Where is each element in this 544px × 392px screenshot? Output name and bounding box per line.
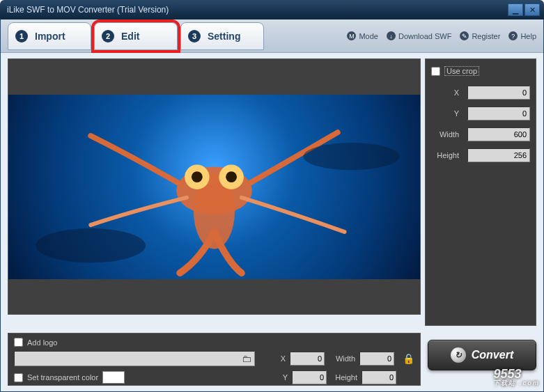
logo-y-input[interactable]: [292, 370, 327, 384]
logo-width-label: Width: [330, 354, 355, 363]
logo-panel: Add logo 🗀 X Width 🔒 Set transparent col…: [8, 333, 421, 386]
transparent-color-label: Set transparent color: [27, 373, 98, 382]
title-bar: iLike SWF to MOV Converter (Trial Versio…: [0, 0, 544, 19]
tab-setting-label: Setting: [208, 31, 240, 42]
menu-help[interactable]: ?Help: [508, 31, 536, 40]
menu-mode[interactable]: MMode: [347, 31, 378, 40]
tab-bar: 1 Import 2 Edit 3 Setting MMode ↓Downloa…: [1, 19, 543, 53]
menu-download-swf[interactable]: ↓Download SWF: [387, 31, 451, 40]
use-crop-checkbox[interactable]: [431, 67, 440, 76]
svg-point-7: [304, 142, 400, 169]
add-logo-checkbox[interactable]: [14, 338, 23, 347]
logo-height-input[interactable]: [362, 370, 396, 384]
tab-edit-number: 2: [102, 30, 114, 42]
tab-edit[interactable]: 2 Edit: [94, 22, 178, 50]
browse-folder-icon[interactable]: 🗀: [242, 353, 251, 364]
preview-image: [8, 95, 420, 279]
menu-links: MMode ↓Download SWF ✎Register ?Help: [347, 31, 536, 40]
svg-point-5: [226, 171, 237, 182]
transparent-color-swatch[interactable]: [102, 371, 125, 384]
convert-button[interactable]: ↻ Convert: [428, 340, 536, 370]
convert-column: ↻ Convert: [428, 333, 536, 386]
convert-icon: ↻: [451, 347, 466, 363]
logo-height-label: Height: [332, 373, 357, 382]
logo-x-input[interactable]: [290, 352, 325, 366]
add-logo-label: Add logo: [27, 338, 57, 347]
tab-setting-number: 3: [188, 30, 201, 42]
tab-import-number: 1: [15, 30, 28, 42]
preview-artwork: [8, 95, 420, 276]
crop-y-label: Y: [431, 109, 459, 118]
svg-point-3: [192, 171, 203, 182]
aspect-lock-icon[interactable]: 🔒: [403, 353, 414, 364]
window-title: iLike SWF to MOV Converter (Trial Versio…: [7, 5, 169, 15]
use-crop-label: Use crop: [444, 66, 479, 76]
tab-edit-label: Edit: [121, 31, 139, 42]
crop-x-label: X: [431, 88, 459, 97]
logo-path-input[interactable]: 🗀: [14, 351, 255, 366]
close-button[interactable]: [524, 3, 540, 16]
crop-height-input[interactable]: [467, 148, 530, 162]
crop-width-label: Width: [431, 130, 459, 139]
tab-setting[interactable]: 3 Setting: [180, 22, 264, 50]
logo-width-input[interactable]: [359, 352, 394, 366]
crop-y-input[interactable]: [467, 107, 530, 120]
logo-y-label: Y: [263, 373, 288, 382]
crop-height-label: Height: [431, 151, 459, 159]
minimize-button[interactable]: [508, 3, 523, 16]
bottom-area: Add logo 🗀 X Width 🔒 Set transparent col…: [1, 329, 543, 391]
main-area: Use crop X Y Width Height: [1, 53, 543, 329]
menu-register[interactable]: ✎Register: [460, 31, 500, 40]
help-icon: ?: [508, 31, 518, 40]
tab-import-label: Import: [35, 31, 65, 42]
preview-panel: [8, 58, 421, 315]
crop-width-input[interactable]: [467, 127, 530, 141]
download-icon: ↓: [387, 31, 396, 40]
register-icon: ✎: [460, 31, 469, 40]
svg-point-6: [36, 228, 146, 262]
tab-import[interactable]: 1 Import: [8, 22, 91, 50]
crop-panel: Use crop X Y Width Height: [425, 58, 536, 326]
app-frame: 1 Import 2 Edit 3 Setting MMode ↓Downloa…: [0, 19, 544, 392]
convert-label: Convert: [472, 349, 513, 361]
transparent-color-checkbox[interactable]: [14, 373, 23, 382]
logo-x-label: X: [261, 354, 286, 363]
crop-x-input[interactable]: [467, 86, 530, 100]
mode-icon: M: [347, 31, 356, 40]
window-buttons: [508, 3, 540, 16]
preview-column: [8, 58, 421, 326]
